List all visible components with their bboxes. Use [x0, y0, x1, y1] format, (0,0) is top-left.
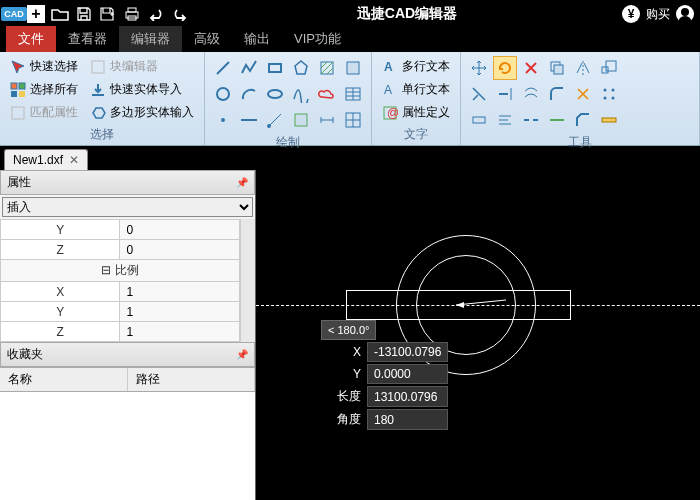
pin-icon[interactable]: 📌	[236, 349, 248, 360]
currency-icon[interactable]: ¥	[622, 5, 640, 23]
grid-icon[interactable]	[341, 108, 365, 132]
tab-viewer[interactable]: 查看器	[56, 26, 119, 52]
copy-icon[interactable]	[545, 56, 569, 80]
file-tab[interactable]: New1.dxf ✕	[4, 149, 88, 170]
undo-button[interactable]	[145, 4, 167, 24]
tab-file[interactable]: 文件	[6, 26, 56, 52]
readout-len: 13100.0796	[367, 386, 448, 407]
dim-icon[interactable]	[315, 108, 339, 132]
table-row[interactable]: Y0	[1, 220, 240, 240]
props-mode-select[interactable]: 插入	[2, 197, 253, 217]
svg-rect-1	[128, 8, 136, 12]
polygon-icon[interactable]	[289, 56, 313, 80]
fillet-icon[interactable]	[545, 82, 569, 106]
circle-icon[interactable]	[211, 82, 235, 106]
table-row[interactable]: ⊟ 比例	[1, 260, 240, 282]
quick-import[interactable]: 快速实体导入	[86, 79, 198, 100]
saveas-button[interactable]	[97, 4, 119, 24]
redo-button[interactable]	[169, 4, 191, 24]
join-icon[interactable]	[545, 108, 569, 132]
explode-icon[interactable]	[571, 82, 595, 106]
break-icon[interactable]	[519, 108, 543, 132]
attrdef-button[interactable]: @属性定义	[378, 102, 454, 123]
tab-vip[interactable]: VIP功能	[282, 26, 353, 52]
user-icon[interactable]	[676, 5, 694, 23]
buy-link[interactable]: 购买	[646, 6, 670, 23]
svg-point-23	[267, 124, 271, 128]
table-row[interactable]: Z0	[1, 240, 240, 260]
ray-icon[interactable]	[263, 108, 287, 132]
props-title: 属性	[7, 174, 31, 191]
cloud-icon[interactable]	[315, 82, 339, 106]
tab-output[interactable]: 输出	[232, 26, 282, 52]
arc-icon[interactable]	[237, 82, 261, 106]
table-row[interactable]: Z1	[1, 322, 240, 342]
tab-editor[interactable]: 编辑器	[119, 26, 182, 52]
svg-rect-6	[19, 91, 25, 97]
svg-rect-5	[11, 91, 17, 97]
delete-icon[interactable]	[519, 56, 543, 80]
polyline-icon[interactable]	[237, 56, 261, 80]
svg-rect-38	[602, 67, 608, 73]
ellipse-icon[interactable]	[263, 82, 287, 106]
props-mode-combo[interactable]: 插入	[2, 197, 253, 217]
align-icon[interactable]	[493, 108, 517, 132]
table-icon[interactable]	[341, 82, 365, 106]
open-button[interactable]	[49, 4, 71, 24]
scale-icon[interactable]	[597, 56, 621, 80]
ribbon-group-select: 快速选择 选择所有 匹配属性 块编辑器 快速实体导入 多边形实体输入 选择	[0, 52, 205, 145]
print-button[interactable]	[121, 4, 143, 24]
close-icon[interactable]: ✕	[69, 153, 79, 167]
trim-icon[interactable]	[467, 82, 491, 106]
fav-header: 收藏夹 📌	[0, 342, 255, 367]
chamfer-icon[interactable]	[571, 108, 595, 132]
new-button[interactable]: +	[25, 4, 47, 24]
svg-line-22	[269, 114, 281, 126]
ribbon: 快速选择 选择所有 匹配属性 块编辑器 快速实体导入 多边形实体输入 选择	[0, 52, 700, 146]
select-all[interactable]: 选择所有	[6, 79, 82, 100]
readout-ang: 180	[367, 409, 448, 430]
stext-button[interactable]: A单行文本	[378, 79, 454, 100]
mirror-icon[interactable]	[571, 56, 595, 80]
pin-icon[interactable]: 📌	[236, 177, 248, 188]
readout-x: -13100.0796	[367, 342, 448, 362]
save-button[interactable]	[73, 4, 95, 24]
col-name[interactable]: 名称	[0, 368, 128, 391]
svg-point-20	[221, 118, 225, 122]
ribbon-group-draw: 绘制	[205, 52, 372, 145]
table-row[interactable]: X1	[1, 282, 240, 302]
insert-icon[interactable]	[289, 108, 313, 132]
table-row[interactable]: Y1	[1, 302, 240, 322]
region-icon[interactable]	[341, 56, 365, 80]
rotate-icon[interactable]	[493, 56, 517, 80]
scrollbar[interactable]	[240, 219, 255, 342]
svg-rect-9	[92, 94, 104, 96]
stretch-icon[interactable]	[467, 108, 491, 132]
drawing-canvas[interactable]: < 180.0° X-13100.0796 Y0.0000 长度13100.07…	[256, 170, 700, 500]
array-icon[interactable]	[597, 82, 621, 106]
offset-icon[interactable]	[519, 82, 543, 106]
svg-rect-8	[92, 61, 104, 73]
point-icon[interactable]	[211, 108, 235, 132]
svg-rect-24	[295, 114, 307, 126]
tab-advanced[interactable]: 高级	[182, 26, 232, 52]
extend-icon[interactable]	[493, 82, 517, 106]
hatch-icon[interactable]	[315, 56, 339, 80]
svg-point-43	[612, 89, 615, 92]
ribbon-group-tools: 工具	[461, 52, 700, 145]
svg-text:@: @	[387, 106, 398, 120]
measure-icon[interactable]	[597, 108, 621, 132]
svg-text:A: A	[384, 83, 392, 97]
rect-icon[interactable]	[263, 56, 287, 80]
xline-icon[interactable]	[237, 108, 261, 132]
svg-rect-13	[347, 62, 359, 74]
poly-import[interactable]: 多边形实体输入	[86, 102, 198, 123]
spline-icon[interactable]	[289, 82, 313, 106]
mtext-button[interactable]: A多行文本	[378, 56, 454, 77]
arrow-icon	[456, 295, 516, 315]
move-icon[interactable]	[467, 56, 491, 80]
line-icon[interactable]	[211, 56, 235, 80]
col-path[interactable]: 路径	[128, 368, 256, 391]
coord-readout: X-13100.0796 Y0.0000 长度13100.0796 角度180	[331, 340, 450, 432]
quick-select[interactable]: 快速选择	[6, 56, 82, 77]
